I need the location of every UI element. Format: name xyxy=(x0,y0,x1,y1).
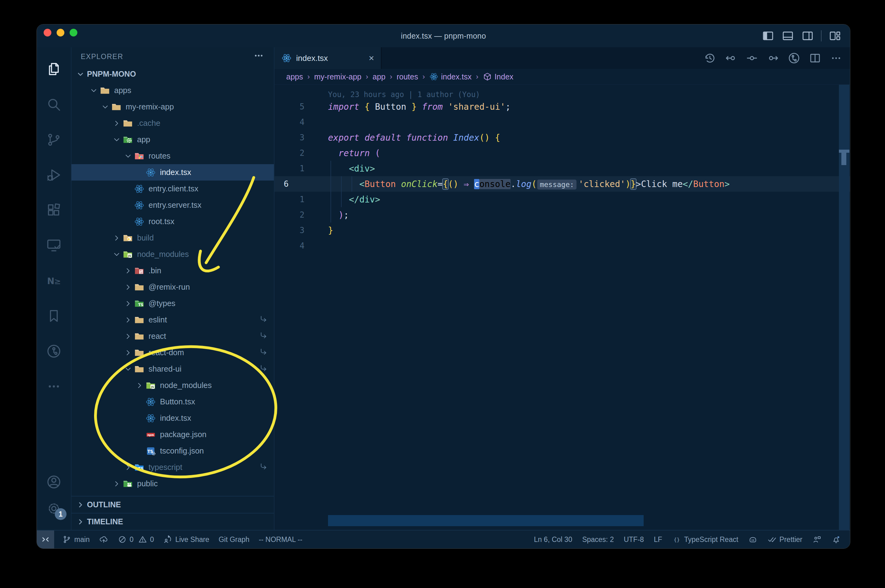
timeline-section-header[interactable]: TIMELINE xyxy=(71,513,274,530)
tab-close-icon[interactable]: × xyxy=(369,53,374,63)
tree-item-shared-ui[interactable]: shared-ui xyxy=(71,361,274,377)
tree-item-label: apps xyxy=(114,86,131,95)
change-prev-icon[interactable] xyxy=(724,52,738,64)
layout-panel-icon[interactable] xyxy=(781,29,794,42)
outline-section-header[interactable]: OUTLINE xyxy=(71,496,274,513)
status-item-typescript-react[interactable]: {}TypeScript React xyxy=(672,535,738,544)
tree-item-eslint[interactable]: eslint xyxy=(71,312,274,328)
close-window-button[interactable] xyxy=(44,29,51,36)
code-area[interactable]: You, 23 hours ago | 1 author (You) 5impo… xyxy=(274,85,850,530)
remote-indicator[interactable] xyxy=(37,531,54,548)
chevron-right-icon xyxy=(122,298,134,309)
status-bar-left: main00Live ShareGit Graph-- NORMAL -- xyxy=(54,535,303,544)
zoom-window-button[interactable] xyxy=(70,29,77,36)
activity-item-files[interactable] xyxy=(37,52,71,87)
status-item-copilot[interactable] xyxy=(748,535,757,544)
tree-item-@types[interactable]: TS@types xyxy=(71,295,274,312)
split-editor-icon[interactable] xyxy=(808,52,822,64)
chevron-spacer xyxy=(134,412,146,424)
status-item-cloud-upload[interactable] xyxy=(99,535,108,544)
tree-item-label: package.json xyxy=(160,430,206,439)
status-item-feedback[interactable] xyxy=(812,535,822,544)
tree-item-root.tsx[interactable]: root.tsx xyxy=(71,213,274,230)
activity-item-nx-console[interactable]: N≥ xyxy=(37,263,71,298)
layout-sidebar-right-icon[interactable] xyxy=(801,29,814,42)
tree-item-index.tsx[interactable]: index.tsx xyxy=(71,410,274,426)
breadcrumb-item-my-remix-app[interactable]: my-remix-app xyxy=(314,72,361,81)
history-icon[interactable] xyxy=(703,52,716,64)
tree-item-my-remix-app[interactable]: my-remix-app xyxy=(71,99,274,115)
tree-item-label: node_modules xyxy=(160,381,212,390)
change-next-icon[interactable] xyxy=(766,52,780,64)
tree-item-index.tsx[interactable]: index.tsx xyxy=(71,164,274,180)
tree-item-routes[interactable]: routes xyxy=(71,148,274,164)
activity-item-run-debug[interactable] xyxy=(37,158,71,193)
chevron-down-icon xyxy=(111,249,122,260)
status-item-0[interactable]: 0 xyxy=(117,535,134,544)
code-line-current[interactable]: 6 <Button onClick={() ⇒ console.log(mess… xyxy=(274,176,850,192)
code-line[interactable]: 1 <div> xyxy=(274,161,850,176)
horizontal-scrollbar-thumb[interactable] xyxy=(328,515,644,526)
code-line[interactable]: 4 xyxy=(274,238,850,254)
minimize-window-button[interactable] xyxy=(57,29,64,36)
tree-item-.cache[interactable]: .cache xyxy=(71,115,274,131)
tree-item-tsconfig.json[interactable]: TStsconfig.json xyxy=(71,443,274,459)
status-item-main[interactable]: main xyxy=(62,535,90,544)
tree-item-react[interactable]: react xyxy=(71,328,274,344)
activity-item-source-control[interactable] xyxy=(37,122,71,158)
code-line[interactable]: 2 ); xyxy=(274,207,850,223)
tree-item-apps[interactable]: apps xyxy=(71,82,274,99)
activity-item-search[interactable] xyxy=(37,87,71,122)
gitlens-graph-icon[interactable] xyxy=(787,52,801,64)
breadcrumb-item-apps[interactable]: apps xyxy=(286,72,303,81)
tree-item-@remix-run[interactable]: @remix-run xyxy=(71,279,274,295)
tree-item-Button.tsx[interactable]: Button.tsx xyxy=(71,393,274,410)
tree-item-package.json[interactable]: npmpackage.json xyxy=(71,426,274,443)
status-item-prettier[interactable]: Prettier xyxy=(768,535,802,544)
code-line[interactable]: 3} xyxy=(274,223,850,238)
status-item-git-graph[interactable]: Git Graph xyxy=(218,536,250,544)
status-item-utf-8[interactable]: UTF-8 xyxy=(624,536,644,544)
activity-item-more-views[interactable] xyxy=(37,369,71,404)
code-line[interactable]: 1 </div> xyxy=(274,192,850,207)
breadcrumb-item-app[interactable]: app xyxy=(373,72,385,81)
code-line[interactable]: 3export default function Index() { xyxy=(274,130,850,145)
tree-item-node_modules[interactable]: JSnode_modules xyxy=(71,246,274,262)
explorer-actions-ellipsis-icon[interactable] xyxy=(253,50,265,63)
tree-item-build[interactable]: build xyxy=(71,230,274,246)
status-item-ln-6-col-30[interactable]: Ln 6, Col 30 xyxy=(534,536,572,544)
activity-item-settings-gear[interactable]: 1 xyxy=(37,495,71,522)
tree-item-react-dom[interactable]: react-dom xyxy=(71,344,274,361)
code-line[interactable]: 4 xyxy=(274,114,850,130)
breadcrumb-item-index.tsx[interactable]: index.tsx xyxy=(429,72,472,81)
code-line[interactable]: 5import { Button } from 'shared-ui'; xyxy=(274,99,850,114)
vertical-scrollbar[interactable] xyxy=(839,85,849,530)
project-section-header[interactable]: PNPM-MONO xyxy=(71,66,274,82)
layout-sidebar-left-icon[interactable] xyxy=(762,29,775,42)
ellipsis-icon[interactable] xyxy=(829,52,843,64)
status-item-lf[interactable]: LF xyxy=(654,536,662,544)
tree-item-.bin[interactable]: 0110.bin xyxy=(71,262,274,279)
tree-item-app[interactable]: app xyxy=(71,131,274,148)
breadcrumb-item-routes[interactable]: routes xyxy=(397,72,418,81)
activity-item-account[interactable] xyxy=(37,469,71,495)
tree-item-entry.client.tsx[interactable]: entry.client.tsx xyxy=(71,180,274,197)
activity-item-extensions[interactable] xyxy=(37,193,71,228)
change-icon[interactable] xyxy=(745,52,759,64)
breadcrumb-item-Index[interactable]: Index xyxy=(483,72,513,81)
status-item-live-share[interactable]: Live Share xyxy=(163,535,209,544)
status-item-0[interactable]: 0 xyxy=(138,535,154,544)
activity-item-bookmarks[interactable] xyxy=(37,298,71,334)
tree-item-public[interactable]: public xyxy=(71,476,274,492)
tab-index-tsx[interactable]: index.tsx × xyxy=(274,47,382,69)
activity-item-gitlens[interactable] xyxy=(37,334,71,369)
code-line[interactable]: 2 return ( xyxy=(274,145,850,161)
status-item-normal[interactable]: -- NORMAL -- xyxy=(259,536,303,544)
status-item-spaces-2[interactable]: Spaces: 2 xyxy=(582,536,614,544)
tree-item-typescript[interactable]: TStypescript xyxy=(71,459,274,476)
tree-item-entry.server.tsx[interactable]: entry.server.tsx xyxy=(71,197,274,213)
status-item-bell-dot[interactable] xyxy=(831,535,841,544)
tree-item-node_modules[interactable]: JSnode_modules xyxy=(71,377,274,393)
activity-item-remote-explorer[interactable] xyxy=(37,228,71,263)
layout-customize-icon[interactable] xyxy=(828,29,841,42)
